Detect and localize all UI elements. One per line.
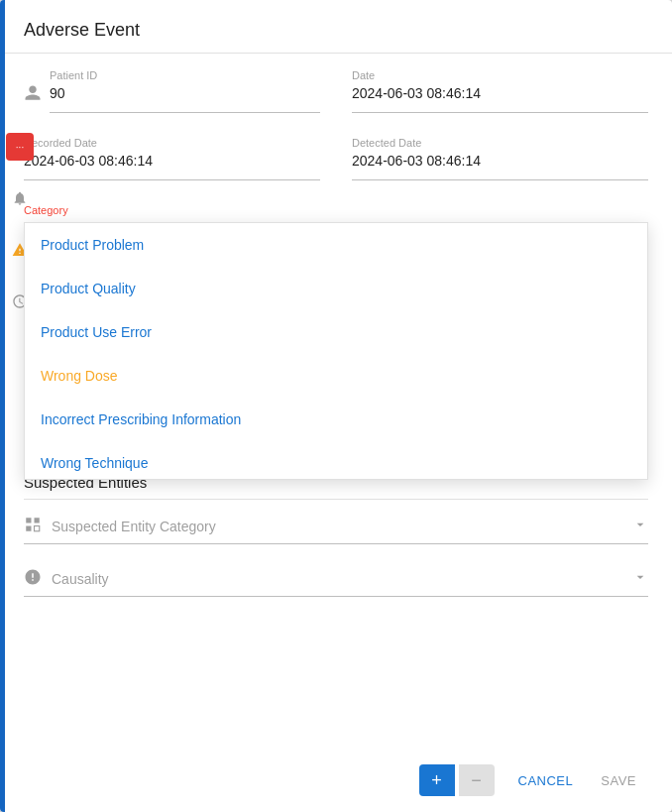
plus-minus-group: + − xyxy=(419,764,495,796)
save-button[interactable]: SAVE xyxy=(589,765,648,796)
date-label: Date xyxy=(352,69,648,81)
svg-rect-3 xyxy=(35,526,40,531)
recorded-date-value[interactable]: 2024-06-03 08:46:14 xyxy=(24,153,320,180)
detected-date-field: Detected Date 2024-06-03 08:46:14 xyxy=(352,137,648,188)
causality-field[interactable]: Causality xyxy=(24,568,648,597)
footer-actions: CANCEL SAVE xyxy=(506,765,648,796)
patient-id-field: Patient ID 90 xyxy=(24,69,320,121)
dropdown-item[interactable]: Product Use Error xyxy=(25,310,647,354)
dialog-title: Adverse Event xyxy=(24,20,648,41)
patient-id-inner: Patient ID 90 xyxy=(50,69,320,113)
causality-field-icon xyxy=(24,568,42,590)
patient-id-value[interactable]: 90 xyxy=(50,85,320,113)
person-icon xyxy=(24,84,42,113)
recorded-date-field: Recorded Date 2024-06-03 08:46:14 xyxy=(24,137,320,188)
patient-id-label: Patient ID xyxy=(50,69,320,81)
dropdown-item[interactable]: Incorrect Prescribing Information xyxy=(25,398,647,441)
adverse-event-dialog: Adverse Event Patient ID 90 Date 2024-06… xyxy=(0,0,672,812)
dialog-body: Patient ID 90 Date 2024-06-03 08:46:14 R… xyxy=(0,54,672,749)
cancel-button[interactable]: CANCEL xyxy=(506,765,586,796)
dropdown-item[interactable]: Wrong Technique xyxy=(25,441,647,480)
svg-rect-0 xyxy=(26,518,31,522)
suspected-entity-category-field[interactable]: Suspected Entity Category xyxy=(24,516,648,544)
suspected-entities-section: Suspected Entities Suspected Entity Cate… xyxy=(24,474,648,597)
suspected-entity-category-arrow[interactable] xyxy=(632,517,648,536)
category-section: Category Product ProblemProduct QualityP… xyxy=(24,204,648,216)
suspected-entity-category-placeholder: Suspected Entity Category xyxy=(52,519,622,534)
category-label: Category xyxy=(24,204,648,216)
sidebar-icon-bell[interactable] xyxy=(6,184,34,212)
date-value[interactable]: 2024-06-03 08:46:14 xyxy=(352,85,648,113)
dialog-header: Adverse Event xyxy=(0,0,672,54)
plus-button[interactable]: + xyxy=(419,764,455,796)
dropdown-item[interactable]: Wrong Dose xyxy=(25,354,647,398)
category-field-icon xyxy=(24,516,42,537)
date-field: Date 2024-06-03 08:46:14 xyxy=(352,69,648,121)
dialog-footer: + − CANCEL SAVE xyxy=(0,749,672,812)
recorded-date-label: Recorded Date xyxy=(24,137,320,149)
row-patient-date: Patient ID 90 Date 2024-06-03 08:46:14 xyxy=(24,69,648,121)
causality-placeholder: Causality xyxy=(52,571,622,587)
sidebar-icon-red[interactable]: ··· xyxy=(6,133,34,161)
minus-button[interactable]: − xyxy=(459,764,495,796)
category-dropdown-list[interactable]: Product ProblemProduct QualityProduct Us… xyxy=(24,222,648,480)
detected-date-label: Detected Date xyxy=(352,137,648,149)
causality-arrow[interactable] xyxy=(632,569,648,589)
svg-rect-1 xyxy=(35,518,40,522)
row-recorded-detected: Recorded Date 2024-06-03 08:46:14 Detect… xyxy=(24,137,648,188)
svg-rect-2 xyxy=(26,526,31,531)
dropdown-item[interactable]: Product Problem xyxy=(25,223,647,267)
detected-date-value[interactable]: 2024-06-03 08:46:14 xyxy=(352,153,648,180)
dropdown-item[interactable]: Product Quality xyxy=(25,267,647,310)
